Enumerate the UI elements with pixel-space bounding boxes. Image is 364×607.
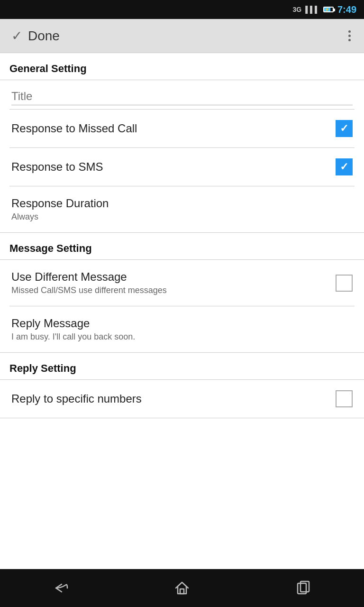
navigation-bar xyxy=(0,569,364,607)
response-sms-row[interactable]: Response to SMS xyxy=(0,148,364,186)
reply-message-value: I am busy. I'll call you back soon. xyxy=(11,332,353,342)
signal-indicator: 3G xyxy=(293,6,302,13)
done-button[interactable]: ✓ Done xyxy=(11,28,60,44)
home-button[interactable] xyxy=(168,574,196,602)
section-message: Message Setting Use Different Message Mi… xyxy=(0,233,364,353)
reply-specific-numbers-checkbox[interactable] xyxy=(336,390,353,407)
section-reply: Reply Setting Reply to specific numbers xyxy=(0,353,364,418)
recents-button[interactable] xyxy=(289,574,318,602)
done-label: Done xyxy=(28,28,60,44)
time-display: 7:49 xyxy=(337,4,356,15)
back-icon xyxy=(52,581,69,595)
action-bar: ✓ Done xyxy=(0,19,364,53)
status-bar: 3G ▌▌▌ ⚡ 7:49 xyxy=(0,0,364,19)
title-row xyxy=(0,80,364,109)
back-button[interactable] xyxy=(46,574,75,602)
message-setting-header: Message Setting xyxy=(0,233,364,259)
response-duration-label: Response Duration xyxy=(11,197,353,210)
reply-setting-header: Reply Setting xyxy=(0,353,364,379)
battery-icon: ⚡ xyxy=(323,7,334,12)
checkmark-icon: ✓ xyxy=(11,28,22,44)
reply-specific-numbers-label: Reply to specific numbers xyxy=(11,392,336,405)
more-dot-2 xyxy=(348,35,351,37)
use-different-message-label: Use Different Message xyxy=(11,270,336,284)
response-missed-call-row[interactable]: Response to Missed Call xyxy=(0,110,364,147)
title-input[interactable] xyxy=(11,88,353,105)
reply-specific-numbers-row[interactable]: Reply to specific numbers xyxy=(0,380,364,418)
signal-bars: ▌▌▌ xyxy=(305,6,319,13)
response-missed-call-checkbox[interactable] xyxy=(336,120,353,137)
use-different-message-row[interactable]: Use Different Message Missed Call/SMS us… xyxy=(0,260,364,306)
reply-message-label: Reply Message xyxy=(11,317,353,330)
more-dot-1 xyxy=(348,30,351,33)
more-dot-3 xyxy=(348,39,351,41)
main-content: General Setting Response to Missed Call … xyxy=(0,53,364,569)
reply-message-row[interactable]: Reply Message I am busy. I'll call you b… xyxy=(0,306,364,352)
divider-reply-bottom xyxy=(0,418,364,418)
use-different-message-subtitle: Missed Call/SMS use different messages xyxy=(11,285,336,295)
response-sms-label: Response to SMS xyxy=(11,160,336,174)
response-duration-row[interactable]: Response Duration Always xyxy=(0,186,364,232)
general-setting-header: General Setting xyxy=(0,53,364,80)
recents-icon xyxy=(295,579,312,597)
more-options-button[interactable] xyxy=(346,28,353,43)
home-icon xyxy=(173,579,191,597)
response-duration-value: Always xyxy=(11,212,353,222)
section-general: General Setting Response to Missed Call … xyxy=(0,53,364,233)
use-different-message-checkbox[interactable] xyxy=(336,275,353,292)
svg-rect-0 xyxy=(180,589,184,594)
response-sms-checkbox[interactable] xyxy=(336,158,353,175)
response-missed-call-label: Response to Missed Call xyxy=(11,122,336,135)
